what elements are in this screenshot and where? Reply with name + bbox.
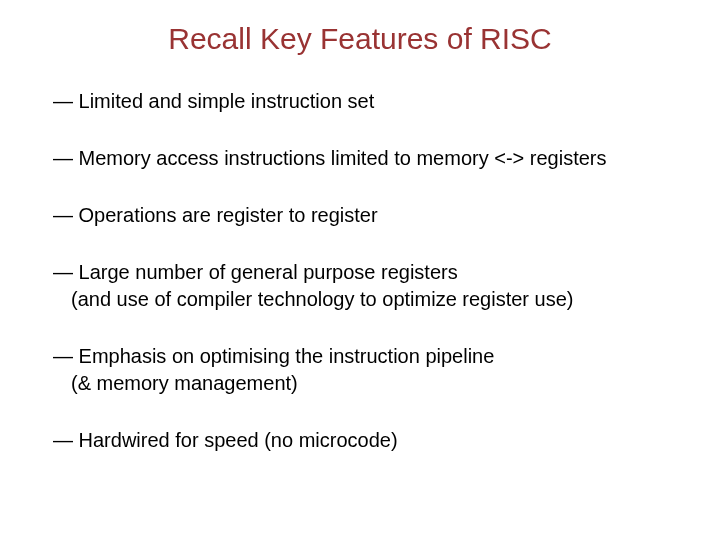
bullet-item: — Emphasis on optimising the instruction… (53, 343, 680, 397)
bullet-item: — Large number of general purpose regist… (53, 259, 680, 313)
slide-body: — Limited and simple instruction set — M… (53, 88, 680, 484)
bullet-item: — Memory access instructions limited to … (53, 145, 680, 172)
bullet-text: — Large number of general purpose regist… (53, 259, 680, 286)
bullet-item: — Operations are register to register (53, 202, 680, 229)
bullet-item: — Limited and simple instruction set (53, 88, 680, 115)
bullet-text: — Limited and simple instruction set (53, 88, 680, 115)
slide-title: Recall Key Features of RISC (0, 22, 720, 56)
bullet-subtext: (and use of compiler technology to optim… (53, 286, 680, 313)
bullet-text: — Operations are register to register (53, 202, 680, 229)
slide: Recall Key Features of RISC — Limited an… (0, 0, 720, 540)
bullet-text: — Emphasis on optimising the instruction… (53, 343, 680, 370)
bullet-text: — Hardwired for speed (no microcode) (53, 427, 680, 454)
bullet-text: — Memory access instructions limited to … (53, 145, 680, 172)
bullet-subtext: (& memory management) (53, 370, 680, 397)
bullet-item: — Hardwired for speed (no microcode) (53, 427, 680, 454)
